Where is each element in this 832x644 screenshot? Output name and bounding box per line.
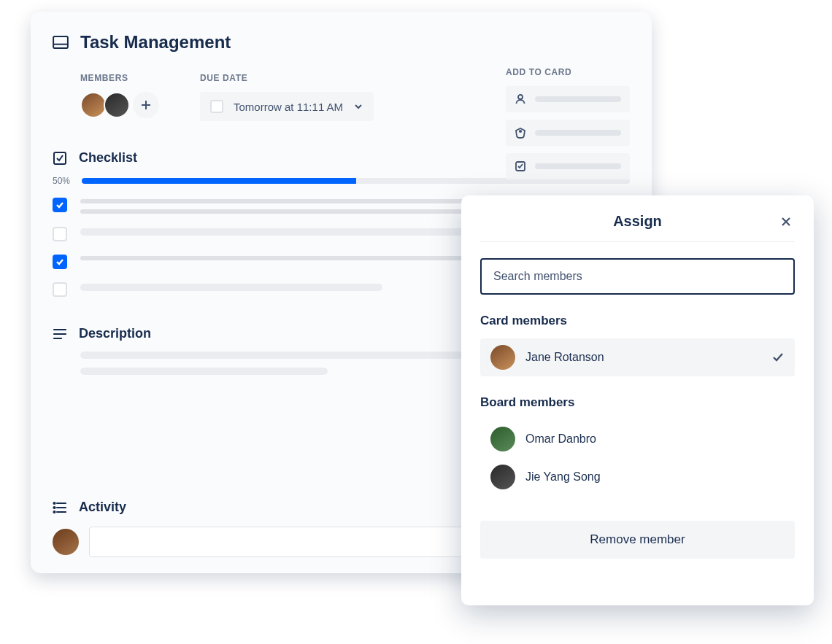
search-members-input[interactable] bbox=[480, 258, 795, 295]
card-members-label: Card members bbox=[480, 314, 795, 328]
due-date-column: DUE DATE Tomorrow at 11:11 AM bbox=[200, 73, 374, 121]
member-name: Jane Rotanson bbox=[525, 351, 761, 364]
card-title: Task Management bbox=[80, 32, 231, 53]
due-checkbox[interactable] bbox=[210, 100, 223, 113]
member-name: Jie Yang Song bbox=[525, 470, 785, 484]
member-avatar bbox=[490, 465, 515, 489]
checkbox-unchecked-icon[interactable] bbox=[53, 227, 67, 241]
card-member-row[interactable]: Jane Rotanson bbox=[480, 338, 795, 376]
due-date-label: DUE DATE bbox=[200, 73, 374, 83]
member-avatar bbox=[490, 427, 515, 451]
member-avatar[interactable] bbox=[80, 92, 107, 118]
add-to-card-labels[interactable] bbox=[506, 120, 630, 146]
add-to-card-members[interactable] bbox=[506, 86, 630, 112]
description-icon bbox=[53, 328, 67, 340]
member-name: Omar Danbro bbox=[525, 432, 785, 446]
svg-point-4 bbox=[518, 95, 523, 99]
add-to-card-panel: ADD TO CARD bbox=[506, 67, 630, 187]
board-member-row[interactable]: Omar Danbro bbox=[480, 420, 795, 458]
card-icon bbox=[53, 36, 69, 49]
description-title: Description bbox=[79, 326, 151, 341]
tag-icon bbox=[515, 127, 526, 139]
members-label: MEMBERS bbox=[80, 73, 159, 83]
progress-percent: 50% bbox=[53, 176, 74, 186]
close-icon bbox=[780, 216, 792, 228]
svg-point-15 bbox=[54, 507, 55, 508]
checklist-icon bbox=[515, 160, 526, 172]
remove-member-button[interactable]: Remove member bbox=[480, 521, 795, 559]
member-avatar bbox=[490, 345, 515, 370]
activity-title: Activity bbox=[79, 500, 126, 515]
svg-rect-0 bbox=[53, 36, 68, 48]
due-date-pill[interactable]: Tomorrow at 11:11 AM bbox=[200, 92, 374, 121]
checklist-icon bbox=[53, 151, 67, 166]
assign-header: Assign bbox=[480, 213, 795, 242]
member-avatar[interactable] bbox=[104, 92, 130, 118]
due-date-text: Tomorrow at 11:11 AM bbox=[234, 101, 343, 113]
checkbox-checked-icon[interactable] bbox=[53, 198, 67, 212]
checkbox-unchecked-icon[interactable] bbox=[53, 282, 67, 297]
progress-fill bbox=[82, 178, 356, 184]
current-user-avatar[interactable] bbox=[53, 529, 79, 555]
check-icon bbox=[771, 351, 785, 364]
placeholder bbox=[80, 209, 509, 214]
svg-point-16 bbox=[54, 511, 55, 513]
placeholder bbox=[80, 368, 328, 375]
close-button[interactable] bbox=[777, 213, 795, 230]
placeholder bbox=[80, 284, 382, 291]
person-icon bbox=[515, 93, 526, 105]
placeholder bbox=[535, 96, 621, 102]
checkbox-checked-icon[interactable] bbox=[53, 255, 67, 269]
add-to-card-checklist[interactable] bbox=[506, 153, 630, 179]
activity-icon bbox=[53, 501, 67, 514]
member-avatars bbox=[80, 92, 159, 118]
chevron-down-icon bbox=[353, 101, 363, 112]
placeholder bbox=[80, 228, 465, 236]
assign-title: Assign bbox=[613, 213, 662, 229]
svg-point-5 bbox=[520, 131, 521, 132]
checklist-title: Checklist bbox=[79, 150, 137, 166]
assign-popover: Assign Card members Jane Rotanson Board … bbox=[461, 195, 814, 605]
placeholder bbox=[535, 130, 621, 136]
add-member-button[interactable] bbox=[133, 92, 159, 118]
board-member-row[interactable]: Jie Yang Song bbox=[480, 458, 795, 496]
members-column: MEMBERS bbox=[80, 73, 159, 121]
placeholder bbox=[535, 163, 621, 169]
card-title-row: Task Management bbox=[53, 32, 630, 53]
board-members-label: Board members bbox=[480, 395, 795, 410]
svg-point-14 bbox=[54, 503, 55, 504]
add-to-card-label: ADD TO CARD bbox=[506, 67, 630, 77]
